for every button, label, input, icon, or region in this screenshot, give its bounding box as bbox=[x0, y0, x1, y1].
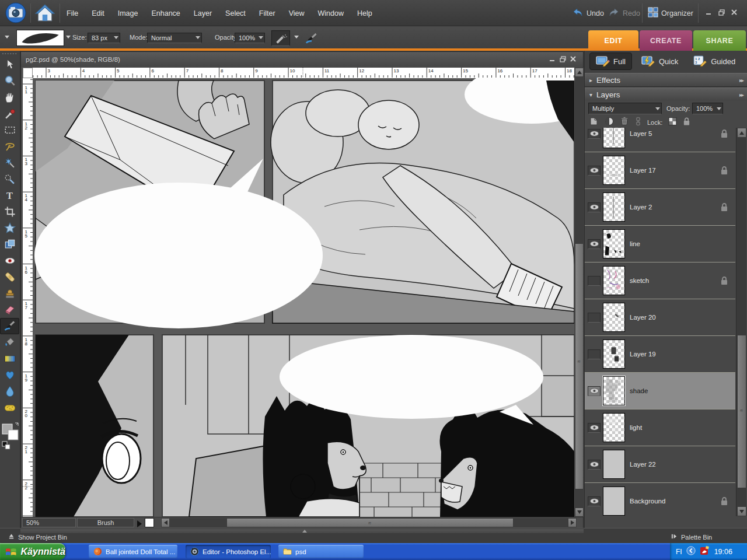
tool-flyout-arrow-icon[interactable] bbox=[5, 36, 9, 38]
tab-edit[interactable]: EDIT bbox=[588, 30, 638, 51]
doc-close-button[interactable] bbox=[570, 56, 578, 63]
document-title-bar[interactable]: pg2.psd @ 50%(shade, RGB/8) bbox=[21, 52, 583, 67]
mode-tab[interactable]: Full bbox=[589, 52, 632, 70]
menu-item[interactable]: Layer bbox=[193, 8, 213, 19]
visibility-toggle[interactable] bbox=[588, 166, 601, 176]
layers-scroll-thumb[interactable]: ≋ bbox=[737, 335, 746, 488]
tool[interactable] bbox=[0, 285, 19, 302]
task-button[interactable]: Editor - Photoshop El... bbox=[186, 545, 271, 558]
opacity-input[interactable]: 100% bbox=[235, 33, 265, 43]
layer-name[interactable]: sketch bbox=[630, 277, 649, 284]
mode-tab[interactable]: Quick bbox=[636, 52, 684, 70]
layer-row[interactable]: Layer 20 bbox=[585, 299, 735, 336]
layer-row[interactable]: Layer 19 bbox=[585, 336, 735, 373]
tab-share[interactable]: SHARE bbox=[693, 30, 746, 51]
canvas-horizontal-scrollbar[interactable]: ≋ bbox=[161, 518, 577, 527]
menu-item[interactable]: Image bbox=[117, 8, 139, 19]
layer-thumbnail[interactable] bbox=[603, 303, 625, 332]
tool[interactable] bbox=[0, 383, 19, 400]
layer-thumbnail[interactable] bbox=[603, 128, 625, 148]
visibility-toggle[interactable] bbox=[588, 460, 601, 470]
scroll-up-button[interactable] bbox=[737, 128, 746, 138]
show-project-bin-button[interactable]: Show Project Bin bbox=[8, 533, 67, 541]
airbrush-options-arrow-icon[interactable] bbox=[294, 36, 299, 38]
tool[interactable] bbox=[0, 236, 19, 253]
visibility-toggle[interactable] bbox=[588, 239, 601, 249]
layer-row[interactable]: Layer 17 bbox=[585, 152, 735, 189]
panel-menu-icon[interactable]: ▸▸ bbox=[739, 92, 743, 98]
expand-arrow-icon[interactable]: ▾ bbox=[589, 92, 592, 98]
scroll-down-button[interactable] bbox=[737, 506, 746, 516]
menu-item[interactable]: Filter bbox=[258, 8, 277, 19]
layer-name[interactable]: Layer 5 bbox=[630, 130, 652, 137]
tab-create[interactable]: CREATE bbox=[640, 30, 692, 51]
layer-opacity-input[interactable]: 100% bbox=[692, 103, 723, 114]
tool[interactable] bbox=[0, 204, 19, 220]
scroll-up-button[interactable] bbox=[575, 68, 584, 77]
new-layer-button[interactable] bbox=[588, 117, 599, 128]
tool[interactable] bbox=[0, 302, 19, 318]
layer-name[interactable]: line bbox=[630, 240, 640, 247]
layer-name[interactable]: Background bbox=[630, 498, 665, 505]
start-button[interactable]: Käynnistä bbox=[0, 543, 65, 560]
zoom-level-field[interactable]: 50% bbox=[22, 518, 76, 527]
layer-thumbnail[interactable] bbox=[603, 340, 625, 369]
layer-name[interactable]: light bbox=[630, 424, 642, 431]
tool[interactable] bbox=[0, 106, 19, 122]
tool[interactable] bbox=[0, 318, 19, 334]
redo-button[interactable]: Redo bbox=[608, 0, 640, 26]
layer-row[interactable]: Layer 2 bbox=[585, 189, 735, 226]
layer-thumbnail[interactable] bbox=[603, 376, 625, 405]
language-indicator[interactable]: FI bbox=[676, 548, 682, 556]
restore-button[interactable] bbox=[717, 8, 726, 16]
tablet-options-button[interactable] bbox=[302, 30, 321, 46]
tool[interactable] bbox=[0, 171, 19, 187]
layer-row[interactable]: shade bbox=[585, 373, 735, 410]
pdf-tray-icon[interactable] bbox=[700, 546, 709, 558]
layer-name[interactable]: Layer 19 bbox=[630, 351, 656, 358]
menu-item[interactable]: View bbox=[288, 8, 306, 19]
horizontal-scroll-thumb[interactable]: ≋ bbox=[226, 518, 514, 527]
toolbox-grip[interactable]: •••••• bbox=[0, 52, 20, 57]
link-layers-button[interactable] bbox=[635, 117, 641, 128]
minimize-button[interactable] bbox=[704, 8, 713, 16]
organizer-button[interactable]: Organizer bbox=[648, 0, 693, 26]
layer-name[interactable]: Layer 2 bbox=[630, 204, 652, 211]
layer-row[interactable]: Layer 5 bbox=[585, 128, 735, 152]
blend-mode-select[interactable]: Normal bbox=[147, 33, 202, 43]
taskbar-clock[interactable]: 19:06 bbox=[714, 548, 732, 556]
mode-tab[interactable]: 1 23 Guided bbox=[687, 52, 741, 70]
canvas-vertical-scrollbar[interactable]: ≋ bbox=[575, 68, 584, 517]
project-bin-handle[interactable] bbox=[20, 529, 584, 533]
scroll-left-button[interactable] bbox=[161, 518, 170, 527]
layer-name[interactable]: Layer 17 bbox=[630, 167, 656, 174]
visibility-toggle[interactable] bbox=[588, 202, 601, 212]
effects-panel-header[interactable]: ▸ Effects ▸▸ bbox=[585, 73, 747, 87]
brush-size-input[interactable]: 83 px bbox=[88, 33, 120, 43]
airbrush-toggle-button[interactable] bbox=[271, 30, 290, 46]
layer-name[interactable]: Layer 22 bbox=[630, 461, 656, 468]
lock-transparency-button[interactable] bbox=[668, 117, 677, 128]
layer-thumbnail[interactable] bbox=[603, 192, 625, 222]
tool[interactable] bbox=[0, 138, 19, 155]
visibility-toggle[interactable] bbox=[588, 313, 601, 323]
layer-thumbnail[interactable] bbox=[603, 450, 625, 479]
new-adjustment-layer-button[interactable] bbox=[605, 117, 614, 128]
tool[interactable] bbox=[0, 220, 19, 236]
layer-thumbnail[interactable] bbox=[603, 229, 625, 258]
tool[interactable] bbox=[0, 269, 19, 285]
tool[interactable]: T bbox=[0, 187, 19, 204]
hide-icons-button[interactable] bbox=[686, 546, 696, 558]
tool[interactable] bbox=[0, 89, 19, 106]
home-button[interactable] bbox=[34, 3, 56, 23]
layers-scrollbar[interactable]: ≋ bbox=[736, 128, 746, 516]
tool[interactable] bbox=[0, 351, 19, 367]
menu-item[interactable]: Window bbox=[317, 8, 345, 19]
layer-name[interactable]: Layer 20 bbox=[630, 314, 656, 321]
brush-picker-arrow-icon[interactable] bbox=[66, 36, 71, 38]
layer-thumbnail[interactable] bbox=[603, 156, 625, 185]
layer-row[interactable]: light bbox=[585, 410, 735, 446]
menu-item[interactable]: Enhance bbox=[150, 8, 181, 19]
layer-row[interactable]: Layer 22 bbox=[585, 446, 735, 483]
visibility-toggle[interactable] bbox=[588, 129, 601, 139]
